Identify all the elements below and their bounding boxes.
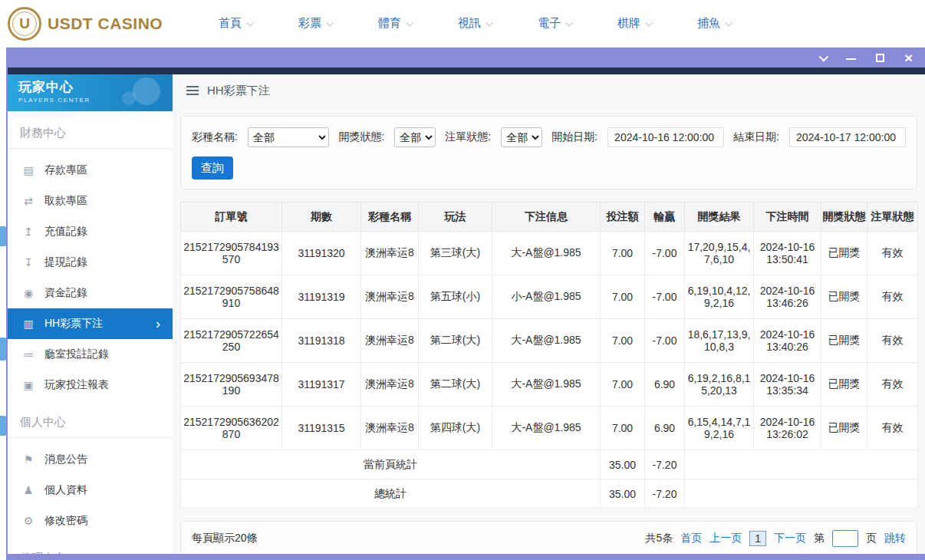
cell-draw-status: 已開獎 [821, 407, 867, 450]
cell-bet-amount: 7.00 [601, 407, 645, 450]
cell-order-status: 有效 [867, 275, 918, 319]
breadcrumb: HH彩票下注 [173, 74, 925, 107]
minimize-button[interactable] [846, 55, 856, 60]
sidebar-item-announcements[interactable]: ⚑ 消息公告 [8, 444, 173, 475]
cell-lottery-name: 澳洲幸运8 [361, 363, 419, 407]
chevron-down-icon [818, 51, 828, 61]
summary-win-loss-total: -7.20 [645, 450, 685, 479]
nav-item-sports[interactable]: 體育 [355, 16, 435, 31]
cell-bet-info: 小-A盤@1.985 [492, 275, 601, 319]
current-page-indicator[interactable]: 1 [749, 531, 766, 546]
sidebar-item-recharge-record[interactable]: ↥ 充值記錄 [8, 216, 173, 247]
cell-draw-result: 18,6,17,13,9,10,8,3 [685, 319, 754, 363]
nav-item-fishing[interactable]: 捕魚 [674, 16, 754, 31]
summary-row-current-page: 當前頁統計 35.00 -7.20 [181, 450, 918, 479]
bell-icon: ⚑ [21, 453, 35, 466]
start-date-input[interactable] [607, 127, 724, 147]
sidebar-title: 玩家中心 [18, 78, 173, 96]
cell-play-type: 第四球(大) [419, 407, 492, 450]
sidebar-header: 玩家中心 PLAYERS CENTER [8, 74, 173, 111]
summary-label: 總統計 [181, 479, 601, 509]
end-date-input[interactable] [789, 127, 906, 147]
page-size-text: 每頁顯示20條 [192, 532, 258, 545]
chevron-down-icon [326, 19, 334, 27]
withdraw-icon: ⇄ [21, 195, 35, 207]
sidebar-item-hh-lottery-bets[interactable]: ▥ HH彩票下注 › [8, 308, 173, 339]
cell-period: 31191320 [282, 232, 361, 275]
cell-draw-status: 已開獎 [821, 275, 867, 319]
main-content: HH彩票下注 彩種名稱: 全部 開獎狀態: 全部 注單狀態: 全部 [173, 74, 925, 554]
sidebar-item-withdraw[interactable]: ⇄ 取款專區 [8, 186, 173, 216]
sidebar-item-label: 玩家投注報表 [44, 378, 109, 392]
maximize-icon [876, 54, 884, 62]
funds-record-icon: ◉ [21, 287, 35, 299]
next-page-link[interactable]: 下一页 [774, 532, 806, 545]
player-center-window: × 玩家中心 PLAYERS CENTER 財務中心 ▤ 存款專區 ⇄ 取款專區 [6, 48, 925, 560]
close-button[interactable]: × [904, 51, 913, 65]
sidebar-item-profile[interactable]: ♟ 個人資料 [8, 475, 173, 506]
order-status-select[interactable]: 全部 [501, 127, 542, 147]
cell-bet-time: 2024-10-16 13:40:26 [754, 319, 821, 363]
col-bet-info: 下注信息 [492, 203, 601, 232]
person-icon: ♟ [21, 484, 35, 496]
query-button[interactable]: 查詢 [192, 156, 233, 180]
cell-order-status: 有效 [867, 319, 918, 363]
cell-bet-time: 2024-10-16 13:50:41 [754, 232, 821, 275]
nav-item-home[interactable]: 首頁 [196, 16, 275, 31]
bets-table-wrap: 訂單號 期數 彩種名稱 玩法 下注信息 投注額 輸贏 開獎結果 下注時間 開獎狀… [180, 202, 917, 509]
nav-label: 電子 [538, 16, 561, 31]
cell-order-number: 2152172905722654250 [181, 319, 282, 363]
cell-play-type: 第五球(小) [419, 275, 492, 319]
menu-icon[interactable] [186, 86, 199, 95]
jump-button[interactable]: 跳转 [884, 532, 906, 545]
sidebar-item-funds-record[interactable]: ◉ 資金記錄 [8, 278, 173, 308]
cell-draw-status: 已開獎 [821, 319, 867, 363]
sidebar-item-withdrawal-record[interactable]: ↧ 提現記錄 [8, 247, 173, 278]
prev-page-link[interactable]: 上一页 [709, 532, 742, 545]
sidebar-item-label: 修改密碼 [44, 514, 87, 528]
sidebar-item-room-bet-record[interactable]: ≔ 廳室投註記錄 [8, 339, 173, 370]
order-status-label: 注單狀態: [445, 130, 491, 144]
bets-table: 訂單號 期數 彩種名稱 玩法 下注信息 投注額 輸贏 開獎結果 下注時間 開獎狀… [180, 202, 918, 509]
cell-bet-amount: 7.00 [601, 232, 645, 275]
nav-item-lottery[interactable]: 彩票 [275, 16, 355, 31]
draw-status-label: 開獎狀態: [338, 130, 384, 144]
cell-lottery-name: 澳洲幸运8 [361, 407, 419, 450]
page-jump-input[interactable] [832, 530, 858, 547]
minimize-icon [846, 58, 856, 60]
nav-item-live[interactable]: 視訊 [435, 16, 515, 31]
collapse-window-button[interactable] [819, 54, 826, 61]
section-heading-finance: 財務中心 [8, 116, 173, 149]
deposit-icon: ▤ [21, 164, 35, 176]
nav-label: 首頁 [219, 16, 242, 31]
logo[interactable]: U USDT CASINO [0, 7, 173, 41]
maximize-button[interactable] [876, 54, 884, 62]
withdrawal-record-icon: ↧ [21, 256, 35, 268]
chevron-down-icon [725, 19, 732, 27]
summary-bet-total: 35.00 [601, 450, 645, 479]
section-heading-personal: 個人中心 [8, 405, 173, 438]
nav-item-slots[interactable]: 電子 [515, 16, 594, 31]
nav-label: 視訊 [458, 16, 481, 31]
sidebar-item-deposit[interactable]: ▤ 存款專區 [8, 155, 173, 186]
lottery-name-select[interactable]: 全部 [248, 127, 330, 147]
col-play-type: 玩法 [419, 203, 492, 232]
sidebar-item-label: 取款專區 [44, 194, 87, 208]
nav-label: 彩票 [298, 16, 321, 31]
pagination-controls: 共5条 首页 上一页 1 下一页 第 页 跳转 [645, 530, 906, 547]
draw-status-select[interactable]: 全部 [394, 127, 436, 147]
page-title: HH彩票下注 [207, 84, 270, 98]
cell-order-number: 2152172905693478190 [181, 363, 282, 407]
cell-win-loss: -7.00 [645, 232, 685, 275]
chevron-down-icon [565, 19, 573, 27]
sidebar-item-player-bet-report[interactable]: ▣ 玩家投注報表 [8, 370, 173, 400]
cell-lottery-name: 澳洲幸运8 [361, 232, 419, 275]
cell-draw-result: 6,15,4,14,7,19,2,16 [685, 407, 754, 450]
chevron-down-icon [246, 19, 254, 27]
cell-order-status: 有效 [867, 232, 918, 275]
summary-empty-cell [685, 450, 918, 479]
sidebar-item-change-password[interactable]: ⚙ 修改密碼 [8, 506, 173, 536]
logo-icon: U [8, 7, 41, 41]
first-page-link[interactable]: 首页 [680, 532, 702, 545]
nav-item-cards[interactable]: 棋牌 [594, 16, 674, 31]
